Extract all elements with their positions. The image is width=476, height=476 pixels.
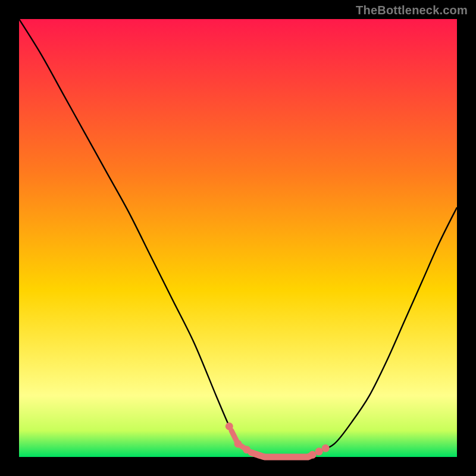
chart-stage: TheBottleneck.com	[0, 0, 476, 476]
attribution-text: TheBottleneck.com	[356, 4, 468, 17]
gradient-background	[19, 19, 457, 457]
chart-canvas	[0, 0, 476, 476]
